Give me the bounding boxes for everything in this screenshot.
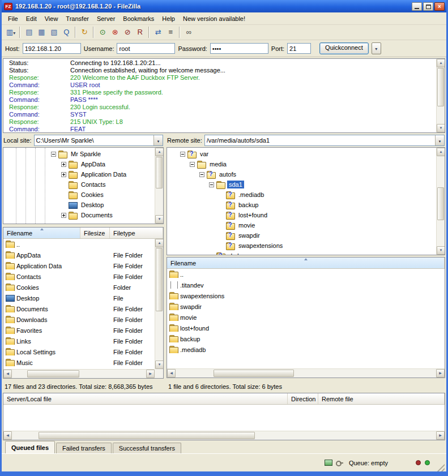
- scrollbar-thumb[interactable]: [437, 68, 444, 106]
- scroll-right-button[interactable]: [436, 369, 445, 378]
- tree-item-var[interactable]: ?var: [167, 149, 445, 159]
- remote-site-input[interactable]: [205, 135, 435, 145]
- scroll-left-button[interactable]: [3, 370, 12, 378]
- password-input[interactable]: [210, 43, 268, 54]
- process-queue-button[interactable]: ⊙: [96, 26, 109, 38]
- menu-file[interactable]: File: [4, 14, 22, 23]
- tree-item-documents[interactable]: Documents: [3, 210, 163, 220]
- quickconnect-dropdown-button[interactable]: [372, 42, 381, 54]
- file-row[interactable]: swapextensions: [167, 290, 445, 301]
- tree-item-contacts[interactable]: Contacts: [3, 179, 163, 190]
- column-header-filename[interactable]: Filename: [167, 258, 445, 268]
- menu-new-version[interactable]: New version available!: [179, 14, 249, 23]
- column-header-remote-file[interactable]: Remote file: [318, 393, 445, 404]
- disconnect-button[interactable]: ⊘: [121, 26, 134, 38]
- tree-item-desktop[interactable]: Desktop: [3, 200, 163, 210]
- expand-icon[interactable]: [61, 213, 66, 218]
- tree-item-sda1[interactable]: sda1: [167, 179, 445, 190]
- menu-view[interactable]: View: [41, 14, 62, 23]
- tree-item-dvd[interactable]: ?dvd: [167, 251, 445, 255]
- toggle-local-tree-button[interactable]: ▦: [35, 26, 48, 38]
- resize-grip[interactable]: [436, 462, 445, 471]
- refresh-button[interactable]: ↻: [78, 26, 91, 38]
- scrollbar-thumb[interactable]: [27, 370, 79, 378]
- tree-item-autofs[interactable]: ?autofs: [167, 169, 445, 179]
- file-row[interactable]: AppDataFile Folder: [3, 250, 155, 260]
- file-row[interactable]: DesktopFile: [3, 293, 155, 303]
- column-header-direction[interactable]: Direction: [288, 393, 318, 404]
- tree-item-movie[interactable]: ?movie: [167, 220, 445, 230]
- scroll-left-button[interactable]: [167, 369, 176, 378]
- scroll-down-button[interactable]: [437, 124, 445, 132]
- file-row[interactable]: lost+found: [167, 323, 445, 333]
- file-row[interactable]: .mediadb: [167, 344, 445, 355]
- menu-bookmarks[interactable]: Bookmarks: [119, 14, 158, 23]
- scroll-left-button[interactable]: [3, 431, 12, 440]
- tab-failed-transfers[interactable]: Failed transfers: [56, 443, 112, 453]
- quickconnect-button[interactable]: Quickconnect: [319, 42, 369, 54]
- column-header-filesize[interactable]: Filesize: [80, 228, 110, 238]
- file-row[interactable]: MusicFile Folder: [3, 357, 155, 368]
- close-button[interactable]: ×: [434, 2, 445, 11]
- tree-item-application-data[interactable]: Application Data: [3, 169, 163, 179]
- username-input[interactable]: [117, 43, 175, 54]
- scroll-down-button[interactable]: [155, 215, 164, 224]
- tree-item-mediadb[interactable]: ?.mediadb: [167, 190, 445, 200]
- tree-item-mr-sparkle[interactable]: Mr Sparkle: [3, 149, 163, 159]
- tree-item-cookies[interactable]: Cookies: [3, 190, 163, 200]
- scroll-up-button[interactable]: [437, 148, 445, 156]
- menu-edit[interactable]: Edit: [22, 14, 41, 23]
- port-input[interactable]: [287, 43, 311, 54]
- tree-item-backup[interactable]: ?backup: [167, 200, 445, 210]
- local-tree-scrollbar[interactable]: [155, 148, 163, 224]
- scroll-up-button[interactable]: [155, 148, 164, 156]
- scrollbar-thumb[interactable]: [39, 432, 255, 439]
- file-row[interactable]: FavoritesFile Folder: [3, 325, 155, 336]
- toggle-message-log-button[interactable]: ▤: [23, 26, 35, 38]
- menu-server[interactable]: Server: [93, 14, 119, 23]
- file-row[interactable]: ..: [167, 269, 445, 280]
- toggle-remote-tree-button[interactable]: ▧: [48, 26, 60, 38]
- column-header-filename[interactable]: Filename: [3, 228, 80, 238]
- collapse-icon[interactable]: [190, 162, 195, 167]
- scroll-right-button[interactable]: [436, 431, 445, 440]
- scrollbar-thumb[interactable]: [214, 370, 294, 377]
- file-row[interactable]: swapdir: [167, 301, 445, 312]
- remote-site-dropdown-button[interactable]: [435, 135, 444, 145]
- tree-item-appdata[interactable]: AppData: [3, 159, 163, 169]
- tree-item-lost-found[interactable]: ?lost+found: [167, 210, 445, 220]
- cancel-button[interactable]: ⊗: [109, 26, 121, 38]
- local-site-dropdown-button[interactable]: [153, 135, 163, 145]
- local-list-hscrollbar[interactable]: [3, 369, 155, 378]
- file-row[interactable]: CookiesFolder: [3, 282, 155, 293]
- scroll-up-button[interactable]: [437, 59, 445, 67]
- scrollbar-thumb[interactable]: [156, 157, 163, 188]
- expand-icon[interactable]: [61, 162, 66, 167]
- log-scrollbar[interactable]: [436, 59, 445, 132]
- remote-list-hscrollbar[interactable]: [167, 368, 445, 378]
- file-row[interactable]: Application DataFile Folder: [3, 260, 155, 271]
- scroll-right-button[interactable]: [146, 370, 155, 378]
- title-bar[interactable]: 192.168.1.20 - root@192.168.1.20 - FileZ…: [2, 0, 446, 12]
- synchronized-browsing-button[interactable]: ⇄: [152, 26, 164, 38]
- find-button[interactable]: ∞: [182, 26, 195, 38]
- scrollbar-thumb[interactable]: [156, 248, 163, 311]
- column-header-filetype[interactable]: Filetype: [110, 228, 163, 238]
- scroll-down-button[interactable]: [437, 246, 445, 255]
- menu-transfer[interactable]: Transfer: [62, 14, 93, 23]
- maximize-button[interactable]: [423, 2, 433, 11]
- file-row[interactable]: Local SettingsFile Folder: [3, 346, 155, 357]
- file-row[interactable]: ..: [3, 239, 155, 250]
- tab-successful-transfers[interactable]: Successful transfers: [113, 443, 181, 453]
- tab-queued-files[interactable]: Queued files: [5, 441, 55, 453]
- file-row[interactable]: DownloadsFile Folder: [3, 314, 155, 325]
- local-site-input[interactable]: [35, 135, 153, 145]
- remote-tree-scrollbar[interactable]: [436, 148, 445, 255]
- scrollbar-thumb[interactable]: [437, 187, 444, 220]
- toggle-queue-button[interactable]: Q: [60, 26, 72, 38]
- file-row[interactable]: movie: [167, 312, 445, 323]
- file-row[interactable]: backup: [167, 333, 445, 344]
- tree-item-swapdir[interactable]: ?swapdir: [167, 230, 445, 241]
- file-row[interactable]: ContactsFile Folder: [3, 271, 155, 282]
- local-list-scrollbar[interactable]: [155, 239, 163, 369]
